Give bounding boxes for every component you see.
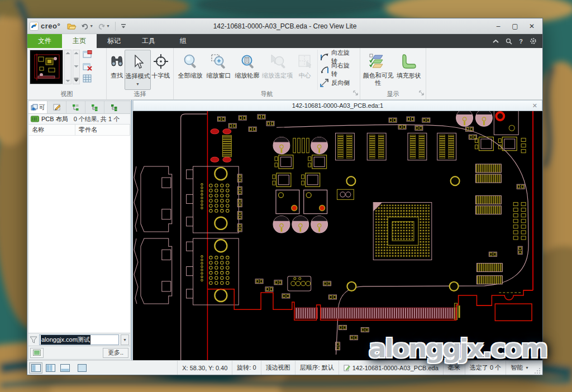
- rotate-right-button[interactable]: 向右旋转: [320, 64, 355, 75]
- structure-panel: 可 PCB 布局 0 个结果, 共 1 个: [27, 100, 132, 360]
- more-button[interactable]: 更多..: [103, 348, 128, 358]
- zoom-selected-button[interactable]: 缩放选定项: [261, 50, 293, 90]
- document-close-icon[interactable]: ✕: [528, 102, 542, 109]
- panel-tab-visibility-label: 可: [39, 103, 45, 112]
- window-controls: – ▢ ✕: [490, 20, 540, 32]
- fill-shapes-label: 填充形状: [397, 72, 421, 79]
- flip-side-button[interactable]: 反向侧: [320, 77, 355, 88]
- rotate-left-icon: [320, 53, 329, 61]
- settings-gear-icon[interactable]: [530, 37, 537, 45]
- ribbon-group-select: 查找 选择模式 ▼ 十字线 选择: [107, 48, 174, 99]
- filter-dropdown-button[interactable]: ▼: [121, 334, 129, 345]
- center-button[interactable]: 中心: [293, 50, 316, 90]
- zoom-outline-button[interactable]: 缩放轮廓: [233, 50, 261, 90]
- tab-markup[interactable]: 标记: [97, 34, 131, 48]
- rotate-left-button[interactable]: 向左旋转: [320, 51, 355, 63]
- saved-filters-button[interactable]: [30, 348, 44, 358]
- view-gallery-scrollbar[interactable]: [73, 50, 80, 84]
- help-icon[interactable]: ?: [519, 38, 523, 45]
- status-units[interactable]: 毫米: [443, 361, 465, 375]
- flip-side-label: 反向侧: [331, 79, 350, 87]
- close-button[interactable]: ✕: [523, 20, 540, 32]
- tab-group[interactable]: 组: [166, 34, 201, 48]
- tab-home[interactable]: 主页: [62, 34, 97, 48]
- snap-mode-dropdown-caret[interactable]: ▼: [525, 366, 529, 370]
- select-mode-label: 选择模式: [126, 73, 150, 80]
- customize-quick-access-button[interactable]: [120, 21, 127, 32]
- colors-visibility-label: 颜色和可见性: [363, 72, 394, 87]
- pcb-viewport[interactable]: [133, 111, 542, 360]
- column-header-part[interactable]: 零件名: [75, 125, 130, 135]
- pcb-layout-icon: [31, 116, 39, 122]
- view-thumbnail[interactable]: [30, 50, 63, 84]
- zoom-window-label: 缩放窗口: [207, 72, 231, 79]
- navigation-dialog-launcher-icon[interactable]: [353, 88, 359, 98]
- tab-file[interactable]: 文件: [27, 34, 62, 48]
- center-label: 中心: [299, 72, 311, 79]
- undo-dropdown-caret[interactable]: ▼: [89, 24, 93, 28]
- crosshair-icon: [153, 52, 169, 71]
- layers-icon: [369, 52, 387, 71]
- view-list-scrollbar[interactable]: [64, 50, 72, 84]
- panel-tab-structure-1[interactable]: [66, 101, 85, 113]
- undo-button[interactable]: ▼: [80, 21, 94, 32]
- minimize-button[interactable]: –: [490, 20, 507, 32]
- fill-shapes-button[interactable]: 填充形状: [394, 50, 423, 90]
- layout-single-view-button[interactable]: [75, 362, 89, 374]
- find-button[interactable]: 查找: [109, 50, 125, 90]
- tab-tools[interactable]: 工具: [131, 34, 166, 48]
- panel-tab-structure-2[interactable]: [85, 101, 104, 113]
- colors-visibility-button[interactable]: 颜色和可见性: [363, 50, 394, 90]
- ribbon-tab-bar: 文件 主页 标记 工具 组 ?: [27, 34, 542, 48]
- flip-side-icon: [320, 79, 329, 87]
- collapse-ribbon-icon[interactable]: [493, 39, 499, 44]
- document-tab[interactable]: 142-10681-0000-A03_PCB.eda:1 ✕: [133, 100, 542, 111]
- filter-input-value: alonggjx.com测试: [41, 335, 90, 345]
- tree-structure-icon: [111, 104, 118, 111]
- panel-tab-visibility[interactable]: 可: [28, 101, 47, 113]
- status-file-name: 142-10681-0000-A03_PCB.eda: [352, 365, 438, 371]
- maximize-button[interactable]: ▢: [507, 20, 523, 32]
- zoom-all-icon: [183, 52, 198, 71]
- layers-window-icon: [31, 104, 38, 111]
- status-layer-order[interactable]: 层顺序: 默认: [295, 361, 339, 375]
- layout-two-columns-button[interactable]: [44, 362, 57, 374]
- rotate-right-icon: [320, 66, 329, 74]
- fill-shape-icon: [401, 52, 417, 71]
- panel-tabs: 可: [28, 101, 131, 113]
- crosshair-button[interactable]: 十字线: [151, 50, 171, 90]
- layout-horizontal-split-button[interactable]: [58, 362, 72, 374]
- layout-single-left-button[interactable]: [29, 362, 42, 374]
- open-file-button[interactable]: [66, 21, 78, 32]
- filter-input[interactable]: alonggjx.com测试: [39, 334, 119, 345]
- panel-bottom-row: 更多..: [28, 346, 131, 360]
- creo-logo-icon: [30, 22, 39, 31]
- zoom-all-button[interactable]: 全部缩放: [176, 50, 204, 90]
- zoom-window-button[interactable]: 缩放窗口: [204, 50, 233, 90]
- display-dialog-launcher-icon[interactable]: [419, 88, 425, 98]
- search-icon[interactable]: [506, 38, 512, 45]
- green-layer-icon: [33, 350, 41, 356]
- filter-funnel-icon: [30, 336, 37, 343]
- select-mode-button[interactable]: 选择模式 ▼: [125, 50, 150, 90]
- redo-dropdown-caret[interactable]: ▼: [106, 24, 110, 28]
- binoculars-icon: [109, 52, 124, 71]
- title-bar[interactable]: 142-10681-0000-A03_PCB.eda - Creo View L…: [27, 18, 542, 34]
- panel-tab-structure-3[interactable]: [104, 101, 123, 113]
- zoom-window-icon: [211, 52, 227, 71]
- panel-list-body[interactable]: [28, 135, 131, 333]
- panel-tab-markup[interactable]: [47, 101, 66, 113]
- select-mode-dropdown-caret[interactable]: ▼: [136, 80, 140, 88]
- status-active-file[interactable]: 142-10681-0000-A03_PCB.eda: [339, 361, 443, 375]
- delete-view-icon[interactable]: [83, 63, 92, 73]
- new-view-window-icon[interactable]: [83, 50, 92, 61]
- status-view-orientation[interactable]: 顶边视图: [261, 361, 295, 375]
- document-tab-title: 142-10681-0000-A03_PCB.eda:1: [134, 102, 542, 109]
- redo-button[interactable]: ▼: [97, 21, 111, 32]
- column-header-name[interactable]: 名称: [28, 125, 75, 135]
- resize-grip[interactable]: [533, 361, 541, 375]
- status-snap-mode[interactable]: 智能 ▼: [506, 361, 533, 375]
- app-window: 142-10681-0000-A03_PCB.eda - Creo View L…: [27, 18, 543, 375]
- markup-pencil-icon: [53, 104, 61, 111]
- view-grid-icon[interactable]: [83, 74, 92, 85]
